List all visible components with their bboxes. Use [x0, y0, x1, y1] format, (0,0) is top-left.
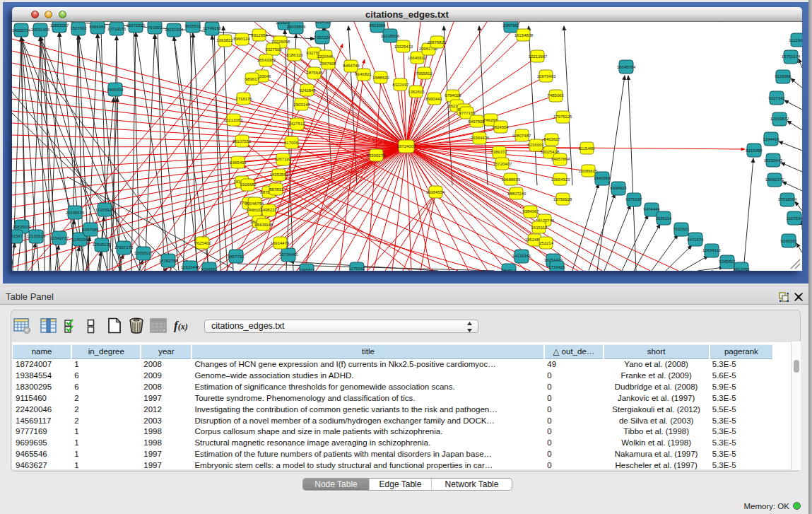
svg-text:9104552: 9104552 — [201, 267, 218, 271]
svg-text:13325419: 13325419 — [394, 45, 413, 49]
svg-text:2087682: 2087682 — [502, 23, 519, 28]
svg-text:1498222: 1498222 — [260, 208, 277, 212]
svg-text:7625402: 7625402 — [194, 241, 211, 245]
svg-text:15300275: 15300275 — [367, 153, 386, 158]
svg-text:984512: 984512 — [502, 269, 517, 271]
svg-text:7357224: 7357224 — [314, 35, 331, 40]
svg-text:6497508: 6497508 — [468, 119, 485, 124]
svg-text:1527602: 1527602 — [70, 26, 87, 30]
svg-text:15720407: 15720407 — [493, 162, 512, 166]
svg-text:1663822: 1663822 — [216, 38, 233, 42]
svg-text:18724007: 18724007 — [397, 144, 416, 148]
svg-text:8186323: 8186323 — [286, 53, 303, 57]
svg-text:7632621: 7632621 — [673, 227, 690, 231]
svg-text:20206535: 20206535 — [66, 211, 85, 215]
svg-text:8322037: 8322037 — [392, 83, 409, 87]
svg-text:11123094: 11123094 — [789, 38, 802, 42]
svg-text:12749160: 12749160 — [203, 26, 222, 30]
svg-text:15716485: 15716485 — [279, 252, 298, 257]
svg-text:751552: 751552 — [148, 25, 163, 30]
svg-text:13654923: 13654923 — [551, 177, 570, 182]
svg-text:9115460: 9115460 — [579, 146, 596, 151]
svg-text:9146821: 9146821 — [355, 72, 372, 76]
svg-text:7485063: 7485063 — [547, 93, 564, 98]
svg-text:12213363: 12213363 — [224, 118, 243, 122]
svg-text:15751074: 15751074 — [782, 54, 801, 59]
svg-text:7386372: 7386372 — [490, 150, 507, 154]
svg-text:887833: 887833 — [269, 187, 284, 192]
svg-text:2967608: 2967608 — [319, 62, 336, 66]
svg-text:16033809: 16033809 — [287, 25, 306, 29]
svg-text:10958107: 10958107 — [134, 251, 153, 255]
svg-text:8990443: 8990443 — [425, 97, 442, 101]
svg-text:10835001: 10835001 — [13, 225, 32, 229]
svg-text:18409948: 18409948 — [254, 223, 273, 227]
svg-text:1362615: 1362615 — [408, 90, 425, 94]
svg-text:14136341: 14136341 — [512, 254, 531, 258]
svg-text:16640910: 16640910 — [408, 56, 427, 60]
svg-text:12156829: 12156829 — [27, 234, 46, 238]
svg-text:9384067: 9384067 — [522, 209, 539, 214]
svg-text:3875645: 3875645 — [306, 71, 323, 75]
svg-text:989617: 989617 — [245, 77, 260, 81]
svg-text:10807487: 10807487 — [512, 134, 531, 138]
svg-text:3267110: 3267110 — [275, 157, 292, 161]
svg-text:1145194: 1145194 — [72, 238, 89, 242]
svg-text:1179342: 1179342 — [349, 267, 366, 271]
svg-text:10973493: 10973493 — [537, 74, 556, 78]
svg-text:14957864: 14957864 — [551, 157, 570, 161]
svg-text:18807249: 18807249 — [507, 192, 526, 196]
svg-text:2905334: 2905334 — [107, 88, 124, 92]
svg-text:6216001: 6216001 — [527, 143, 544, 147]
svg-text:8471676: 8471676 — [687, 238, 704, 242]
svg-text:20691406: 20691406 — [31, 28, 50, 32]
svg-text:12093872: 12093872 — [770, 117, 789, 121]
svg-text:391547: 391547 — [12, 234, 23, 238]
svg-text:3824554: 3824554 — [492, 125, 509, 129]
svg-text:9227342: 9227342 — [768, 96, 785, 100]
svg-text:252214: 252214 — [539, 241, 554, 245]
svg-text:9914328: 9914328 — [314, 22, 331, 24]
svg-text:9245093: 9245093 — [780, 239, 797, 243]
svg-text:18231904: 18231904 — [165, 28, 184, 32]
svg-text:1095811: 1095811 — [299, 268, 316, 271]
svg-text:9605511: 9605511 — [185, 24, 202, 28]
svg-text:1615112: 1615112 — [531, 226, 548, 230]
svg-text:10046756: 10046756 — [245, 201, 264, 206]
svg-text:2935114: 2935114 — [656, 216, 673, 221]
svg-text:19756928: 19756928 — [553, 197, 572, 201]
svg-text:14353594: 14353594 — [270, 173, 289, 177]
svg-text:20876821: 20876821 — [428, 40, 447, 45]
svg-text:12923448: 12923448 — [181, 265, 200, 269]
svg-text:1167534: 1167534 — [787, 216, 802, 221]
svg-text:12505135: 12505135 — [93, 243, 112, 247]
svg-text:16648784: 16648784 — [617, 65, 636, 69]
svg-text:10089605: 10089605 — [579, 169, 598, 173]
svg-text:16914479: 16914479 — [271, 241, 290, 245]
svg-text:8812055: 8812055 — [733, 267, 750, 271]
svg-text:9242848: 9242848 — [299, 88, 316, 93]
svg-text:1244419: 1244419 — [763, 137, 779, 141]
svg-text:10654112: 10654112 — [702, 248, 722, 252]
svg-text:6379197: 6379197 — [625, 197, 642, 201]
svg-text:17359924: 17359924 — [95, 208, 114, 212]
svg-text:16782759: 16782759 — [159, 259, 178, 263]
svg-text:20364436: 20364436 — [471, 136, 490, 140]
svg-text:9245812: 9245812 — [719, 259, 736, 264]
svg-text:2903144: 2903144 — [293, 103, 310, 107]
svg-text:1916682: 1916682 — [240, 182, 257, 187]
svg-text:19384554: 19384554 — [426, 190, 445, 194]
svg-text:16210643: 16210643 — [764, 158, 783, 163]
svg-text:16154808: 16154808 — [514, 33, 534, 37]
svg-text:8463627: 8463627 — [543, 137, 560, 141]
svg-text:16107552: 16107552 — [233, 139, 252, 144]
svg-text:16543362: 16543362 — [257, 58, 276, 62]
svg-text:10653267: 10653267 — [50, 23, 69, 28]
svg-text:1588520: 1588520 — [372, 76, 389, 80]
svg-text:1965493: 1965493 — [230, 160, 247, 165]
svg-text:6794028: 6794028 — [445, 93, 461, 98]
svg-text:6966160: 6966160 — [89, 25, 106, 29]
svg-text:9397585: 9397585 — [82, 228, 99, 232]
svg-text:1640954: 1640954 — [594, 176, 611, 180]
svg-text:417006: 417006 — [284, 141, 299, 145]
